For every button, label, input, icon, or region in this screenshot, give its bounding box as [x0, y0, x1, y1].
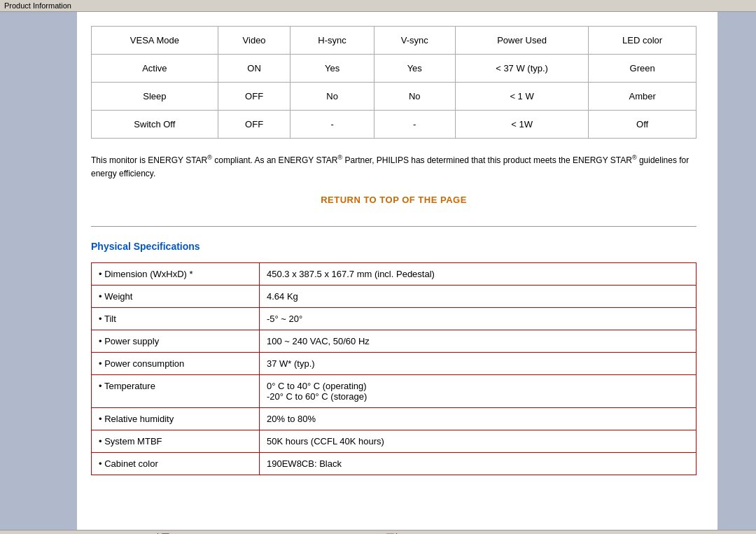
table-cell: Yes	[290, 55, 374, 83]
col-header-led: LED color	[589, 27, 696, 55]
table-row: • Power consumption37 W* (typ.)	[92, 353, 696, 375]
status-bar: file:///C|/Documents and Settings/effie.…	[0, 530, 756, 534]
spec-cell: • Power supply	[92, 330, 260, 353]
table-cell: OFF	[218, 83, 290, 111]
power-table: VESA Mode Video H-sync V-sync Power Used…	[91, 26, 696, 139]
table-cell: < 37 W (typ.)	[455, 55, 588, 83]
table-cell: Yes	[374, 55, 455, 83]
table-cell: -	[374, 111, 455, 139]
table-row: • Dimension (WxHxD) *450.3 x 387.5 x 167…	[92, 263, 696, 286]
spec-cell: 20% to 80%	[260, 408, 696, 430]
col-header-vesa: VESA Mode	[92, 27, 218, 55]
spec-table: • Dimension (WxHxD) *450.3 x 387.5 x 167…	[91, 262, 696, 475]
spec-cell: 50K hours (CCFL 40K hours)	[260, 430, 696, 453]
sidebar-left	[0, 12, 77, 530]
table-row: • Cabinet color190EW8CB: Black	[92, 453, 696, 475]
spec-cell: • Tilt	[92, 308, 260, 330]
col-header-video: Video	[218, 27, 290, 55]
table-row: SleepOFFNoNo< 1 WAmber	[92, 83, 696, 111]
spec-cell: 190EW8CB: Black	[260, 453, 696, 475]
spec-cell: 450.3 x 387.5 x 167.7 mm (incl. Pedestal…	[260, 263, 696, 286]
table-cell: -	[290, 111, 374, 139]
title-bar: Product Information	[0, 0, 756, 12]
return-link-text: RETURN TO TOP OF THE PAGE	[321, 195, 467, 205]
content-area: VESA Mode Video H-sync V-sync Power Used…	[77, 12, 718, 530]
spec-cell: • Dimension (WxHxD) *	[92, 263, 260, 286]
table-row: • Relative humidity20% to 80%	[92, 408, 696, 430]
table-row: • System MTBF50K hours (CCFL 40K hours)	[92, 430, 696, 453]
table-row: ActiveONYesYes< 37 W (typ.)Green	[92, 55, 696, 83]
table-cell: Amber	[589, 83, 696, 111]
table-cell: Switch Off	[92, 111, 218, 139]
table-cell: Active	[92, 55, 218, 83]
spec-cell: -5° ~ 20°	[260, 308, 696, 330]
table-cell: < 1W	[455, 111, 588, 139]
table-row: • Weight4.64 Kg	[92, 286, 696, 308]
spec-cell: • Cabinet color	[92, 453, 260, 475]
spec-cell: • Relative humidity	[92, 408, 260, 430]
table-cell: Green	[589, 55, 696, 83]
table-row: Switch OffOFF--< 1WOff	[92, 111, 696, 139]
col-header-hsync: H-sync	[290, 27, 374, 55]
table-cell: OFF	[218, 111, 290, 139]
energy-note: This monitor is ENERGY STAR® compliant. …	[91, 153, 696, 181]
spec-cell: 37 W* (typ.)	[260, 353, 696, 375]
col-header-power: Power Used	[455, 27, 588, 55]
title-bar-text: Product Information	[4, 1, 71, 10]
table-row: • Tilt-5° ~ 20°	[92, 308, 696, 330]
table-cell: No	[290, 83, 374, 111]
section-title: Physical Specifications	[91, 241, 696, 252]
table-cell: Off	[589, 111, 696, 139]
table-cell: < 1 W	[455, 83, 588, 111]
spec-cell: 4.64 Kg	[260, 286, 696, 308]
sidebar-right	[718, 12, 756, 530]
spec-cell: • Temperature	[92, 375, 260, 408]
return-to-top-link[interactable]: RETURN TO TOP OF THE PAGE	[91, 195, 696, 205]
spec-cell: • System MTBF	[92, 430, 260, 453]
spec-cell: 100 ~ 240 VAC, 50/60 Hz	[260, 330, 696, 353]
table-cell: Sleep	[92, 83, 218, 111]
col-header-vsync: V-sync	[374, 27, 455, 55]
spec-cell: • Power consumption	[92, 353, 260, 375]
spec-cell: • Weight	[92, 286, 260, 308]
table-cell: No	[374, 83, 455, 111]
table-row: • Power supply100 ~ 240 VAC, 50/60 Hz	[92, 330, 696, 353]
table-row: • Temperature0° C to 40° C (operating)-2…	[92, 375, 696, 408]
table-cell: ON	[218, 55, 290, 83]
spec-cell: 0° C to 40° C (operating)-20° C to 60° C…	[260, 375, 696, 408]
section-divider	[91, 226, 696, 227]
